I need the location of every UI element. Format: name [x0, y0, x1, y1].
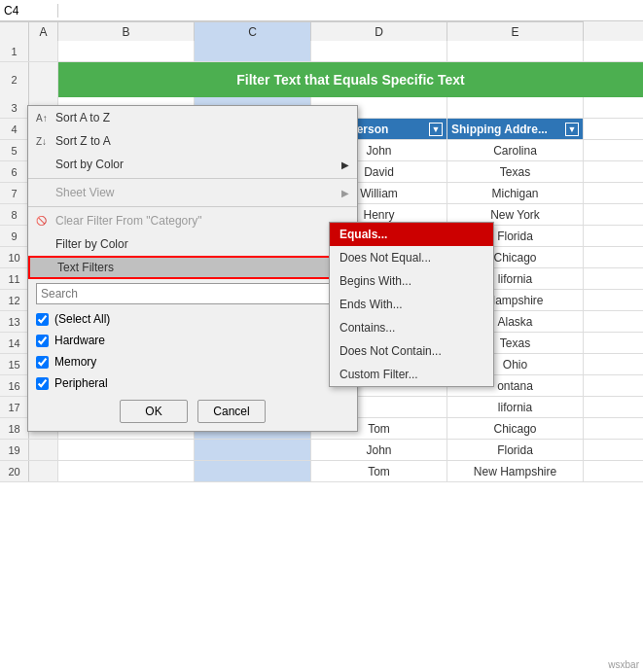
- menu-sort-color[interactable]: Sort by Color ▶: [28, 153, 357, 176]
- title-row: 2 Filter Text that Equals Specific Text: [0, 62, 643, 97]
- col-header-d[interactable]: D: [311, 21, 447, 41]
- submenu-ends-with[interactable]: Ends With...: [330, 293, 493, 316]
- submenu-not-contain[interactable]: Does Not Contain...: [330, 339, 493, 363]
- table-row: 19 John Florida: [0, 440, 643, 461]
- formula-bar: C4: [0, 0, 643, 21]
- menu-sort-az[interactable]: A↑ Sort A to Z: [28, 106, 357, 129]
- sort-az-icon: A↑: [36, 113, 55, 124]
- submenu-contains[interactable]: Contains...: [330, 316, 493, 339]
- checkbox-memory[interactable]: Memory: [28, 351, 357, 372]
- menu-sheet-view[interactable]: Sheet View ▶: [28, 181, 357, 204]
- submenu-not-equal[interactable]: Does Not Equal...: [330, 246, 493, 269]
- filter-dropdown: A↑ Sort A to Z Z↓ Sort Z to A Sort by Co…: [27, 105, 358, 432]
- filter-btn-e[interactable]: ▼: [565, 123, 579, 136]
- submenu-equals[interactable]: Equals...: [330, 223, 493, 246]
- clear-filter-icon: 🚫: [36, 216, 55, 226]
- search-input[interactable]: [37, 287, 327, 301]
- spreadsheet: C4 A B C D E 1 2 Filter Text that Equals…: [0, 0, 643, 672]
- checkbox-select-all[interactable]: (Select All): [28, 308, 357, 330]
- divider-1: [28, 178, 357, 179]
- col-header-e[interactable]: E: [447, 21, 584, 41]
- ok-button[interactable]: OK: [120, 400, 188, 423]
- watermark: wsxbar: [608, 659, 639, 670]
- divider-2: [28, 206, 357, 207]
- filter-btn-d[interactable]: ▼: [429, 123, 443, 136]
- cancel-button[interactable]: Cancel: [197, 400, 266, 423]
- menu-sort-za[interactable]: Z↓ Sort Z to A: [28, 129, 357, 153]
- checkbox-hardware[interactable]: Hardware: [28, 330, 357, 351]
- page-title: Filter Text that Equals Specific Text: [58, 62, 643, 97]
- corner-cell: [0, 21, 29, 41]
- col-header-b[interactable]: B: [58, 21, 195, 41]
- table-row: 20 Tom New Hampshire: [0, 461, 643, 482]
- menu-buttons: OK Cancel: [28, 400, 357, 423]
- name-box[interactable]: C4: [0, 4, 58, 18]
- checkbox-peripheral[interactable]: Peripheral: [28, 372, 357, 394]
- row-1: 1: [0, 41, 643, 62]
- column-header-row: A B C D E: [0, 21, 643, 41]
- menu-filter-color[interactable]: Filter by Color ▶: [28, 232, 357, 256]
- submenu-custom-filter[interactable]: Custom Filter...: [330, 363, 493, 386]
- col-header-a[interactable]: A: [29, 21, 58, 41]
- text-filters-submenu: Equals... Does Not Equal... Begins With.…: [329, 222, 494, 387]
- sort-za-icon: Z↓: [36, 136, 55, 147]
- menu-clear-filter[interactable]: 🚫 Clear Filter From "Category": [28, 209, 357, 232]
- submenu-begins-with[interactable]: Begins With...: [330, 269, 493, 293]
- header-shipping: Shipping Addre... ▼: [447, 119, 584, 139]
- menu-text-filters[interactable]: Text Filters ▶: [28, 256, 357, 279]
- search-box[interactable]: 🔍: [36, 283, 349, 304]
- col-header-c[interactable]: C: [195, 21, 311, 41]
